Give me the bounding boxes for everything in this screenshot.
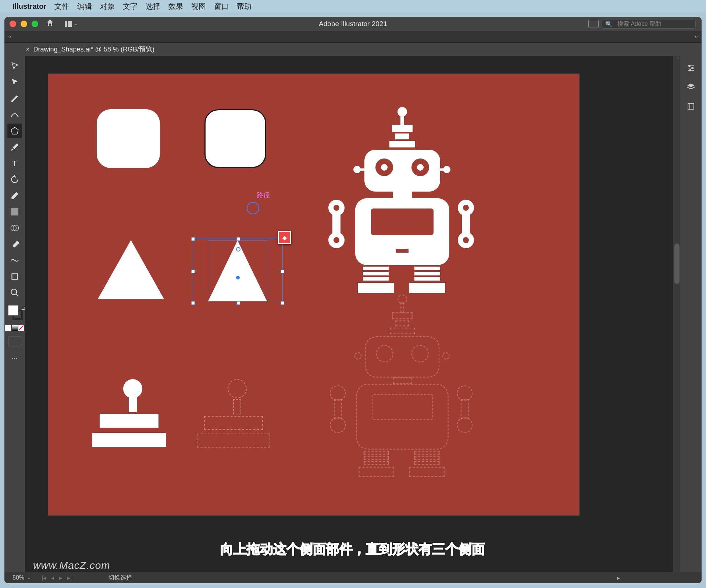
- artboard-nav: |◂ ◂ ▸ ▸|: [42, 574, 72, 581]
- expand-control-right-icon[interactable]: ‹‹: [695, 34, 698, 40]
- shape-builder-tool[interactable]: [7, 221, 22, 235]
- bbox-handle-tl[interactable]: [191, 237, 195, 241]
- window-title: Adobe Illustrator 2021: [319, 20, 387, 28]
- statusbar: 50% ⌄ |◂ ◂ ▸ ▸| 切换选择 ▸: [4, 572, 702, 583]
- svg-point-6: [11, 225, 16, 231]
- menu-type[interactable]: 文字: [123, 1, 138, 11]
- artboard[interactable]: 路径 ◆: [48, 74, 580, 516]
- menu-edit[interactable]: 编辑: [77, 1, 92, 11]
- paintbrush-tool[interactable]: [7, 140, 22, 154]
- canvas[interactable]: 路径 ◆: [25, 56, 680, 572]
- layers-panel-icon[interactable]: [685, 82, 696, 93]
- menu-help[interactable]: 帮助: [237, 1, 252, 11]
- swap-fill-stroke-icon[interactable]: ⇄: [21, 306, 25, 311]
- fill-color-swatch[interactable]: [8, 305, 18, 316]
- first-artboard-icon[interactable]: |◂: [42, 574, 46, 581]
- svg-rect-18: [688, 103, 690, 109]
- eyedropper-tool[interactable]: [7, 237, 22, 252]
- fill-stroke-swatch[interactable]: ⇄: [8, 305, 21, 318]
- vertical-scrollbar[interactable]: ˆ: [673, 56, 680, 572]
- workspace-switcher[interactable]: ⌄: [65, 21, 78, 27]
- color-mode-swatches[interactable]: [5, 325, 24, 331]
- menu-file[interactable]: 文件: [54, 1, 69, 11]
- svg-text:T: T: [12, 159, 17, 168]
- svg-rect-8: [12, 274, 17, 279]
- svg-rect-5: [11, 208, 18, 215]
- document-tab-strip: × Drawing_Shapes.ai* @ 58 % (RGB/预览): [4, 43, 702, 56]
- eraser-tool[interactable]: [7, 188, 22, 203]
- scroll-up-icon[interactable]: ˆ: [677, 57, 679, 63]
- toolbox: T ⇄ ⋯: [4, 56, 25, 572]
- polygon-tool[interactable]: [7, 124, 22, 138]
- close-window-button[interactable]: [10, 21, 16, 27]
- svg-rect-0: [65, 21, 67, 27]
- draw-mode-buttons[interactable]: [8, 336, 21, 346]
- properties-panel-icon[interactable]: [685, 63, 696, 74]
- help-search-input[interactable]: 🔍 搜索 Adobe 帮助: [602, 19, 696, 29]
- bbox-handle-bc[interactable]: [236, 301, 240, 305]
- shape-rounded-rect-outlined[interactable]: [204, 109, 266, 168]
- direct-selection-tool[interactable]: [7, 75, 22, 90]
- app-name[interactable]: Illustrator: [13, 2, 46, 11]
- rotate-tool[interactable]: [7, 172, 22, 187]
- type-tool[interactable]: T: [7, 156, 22, 171]
- pen-tool[interactable]: [7, 91, 22, 106]
- selected-shape-triangle[interactable]: ◆: [193, 239, 283, 303]
- tutorial-caption: 向上拖动这个侧面部件，直到形状有三个侧面: [220, 540, 485, 558]
- color-mode-solid[interactable]: [5, 325, 11, 331]
- menu-effect[interactable]: 效果: [168, 1, 183, 11]
- bbox-handle-br[interactable]: [281, 301, 284, 305]
- width-tool[interactable]: [7, 253, 22, 268]
- svg-marker-2: [11, 127, 18, 134]
- shape-pawn-white[interactable]: [100, 379, 166, 447]
- menu-view[interactable]: 视图: [191, 1, 206, 11]
- zoom-level[interactable]: 50% ⌄: [13, 574, 31, 581]
- gradient-tool[interactable]: [7, 204, 22, 219]
- bbox-handle-bl[interactable]: [191, 301, 195, 305]
- maximize-window-button[interactable]: [32, 21, 38, 27]
- svg-point-7: [13, 225, 19, 231]
- shape-center-handle[interactable]: [236, 276, 240, 279]
- right-panel-dock: [680, 56, 702, 572]
- libraries-panel-icon[interactable]: [685, 101, 696, 112]
- selection-tool[interactable]: [7, 59, 22, 74]
- shape-pawn-dashed[interactable]: [204, 379, 270, 448]
- menu-select[interactable]: 选择: [146, 1, 160, 11]
- polygon-sides-widget[interactable]: ◆: [278, 231, 291, 244]
- color-mode-none[interactable]: [18, 325, 24, 331]
- minimize-window-button[interactable]: [21, 21, 27, 27]
- corner-radius-handle[interactable]: [236, 247, 240, 252]
- chevron-down-icon[interactable]: ⌄: [27, 575, 31, 580]
- bbox-handle-mr[interactable]: [281, 270, 284, 273]
- document-tab[interactable]: × Drawing_Shapes.ai* @ 58 % (RGB/预览): [26, 45, 154, 54]
- menu-window[interactable]: 窗口: [214, 1, 229, 11]
- zoom-tool[interactable]: [7, 285, 22, 300]
- scroll-thumb[interactable]: [674, 243, 680, 284]
- prev-artboard-icon[interactable]: ◂: [51, 574, 54, 581]
- last-artboard-icon[interactable]: ▸|: [67, 574, 72, 581]
- svg-rect-1: [68, 21, 72, 27]
- menu-object[interactable]: 对象: [100, 1, 115, 11]
- shape-triangle-white[interactable]: [98, 240, 164, 299]
- navigator-play-icon[interactable]: ▸: [617, 574, 620, 581]
- close-tab-icon[interactable]: ×: [26, 46, 30, 53]
- expand-control-left-icon[interactable]: ››: [8, 34, 11, 40]
- shape-rounded-rect-white[interactable]: [97, 109, 160, 168]
- next-artboard-icon[interactable]: ▸: [59, 574, 62, 581]
- artboard-tool[interactable]: [7, 269, 22, 284]
- edit-toolbar-icon[interactable]: ⋯: [7, 351, 22, 366]
- svg-point-9: [11, 289, 17, 295]
- arrange-documents-icon[interactable]: [588, 20, 599, 28]
- watermark-text: www.MacZ.com: [33, 560, 110, 571]
- color-mode-gradient[interactable]: [12, 325, 18, 331]
- document-tab-label: Drawing_Shapes.ai* @ 58 % (RGB/预览): [33, 45, 154, 54]
- curvature-tool[interactable]: [7, 107, 22, 122]
- anchor-hover-indicator: [247, 202, 259, 214]
- path-tooltip-label: 路径: [257, 191, 270, 200]
- svg-rect-17: [688, 103, 694, 109]
- selection-mode-label[interactable]: 切换选择: [108, 574, 132, 582]
- bbox-handle-tc[interactable]: [236, 237, 240, 241]
- titlebar: ⌄ Adobe Illustrator 2021 🔍 搜索 Adobe 帮助: [4, 17, 702, 31]
- bbox-handle-ml[interactable]: [191, 270, 195, 273]
- home-icon[interactable]: [46, 18, 54, 29]
